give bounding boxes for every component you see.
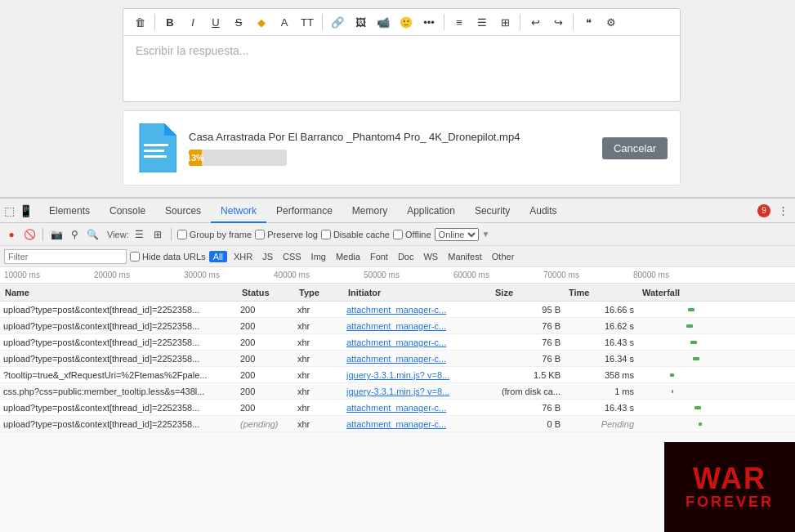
strikethrough-btn[interactable]: S bbox=[229, 12, 248, 32]
underline-btn[interactable]: U bbox=[206, 12, 226, 32]
tab-memory[interactable]: Memory bbox=[342, 199, 397, 223]
group-by-frame-checkbox[interactable] bbox=[177, 230, 187, 239]
view-list-btn[interactable]: ☰ bbox=[132, 227, 147, 242]
clear-btn[interactable]: 🗑 bbox=[130, 12, 150, 32]
td-initiator[interactable]: attachment_manager-c... bbox=[343, 338, 490, 347]
camera-btn[interactable]: 📷 bbox=[49, 227, 64, 242]
td-waterfall bbox=[637, 318, 795, 334]
quote-btn[interactable]: ❝ bbox=[578, 12, 598, 32]
table-row[interactable]: upload?type=post&context[thread_id]=2252… bbox=[0, 302, 795, 318]
td-initiator[interactable]: attachment_manager-c... bbox=[343, 419, 490, 429]
error-badge: 9 bbox=[757, 204, 770, 217]
online-select[interactable]: Online bbox=[435, 228, 479, 241]
filter-btn[interactable]: ⚲ bbox=[67, 227, 82, 242]
td-type: xhr bbox=[294, 370, 343, 380]
css-filter-btn[interactable]: CSS bbox=[279, 251, 305, 262]
table-row[interactable]: upload?type=post&context[thread_id]=2252… bbox=[0, 416, 795, 432]
cancel-button[interactable]: Cancelar bbox=[602, 137, 668, 159]
tab-sources[interactable]: Sources bbox=[155, 199, 211, 223]
disable-cache-checkbox[interactable] bbox=[321, 230, 331, 239]
search-btn[interactable]: 🔍 bbox=[85, 227, 100, 242]
td-name: ?tooltip=true&_xfRequestUri=%2Ftemas%2Fp… bbox=[0, 370, 237, 380]
progress-bar-container: 13% bbox=[189, 150, 287, 166]
table-row[interactable]: upload?type=post&context[thread_id]=2252… bbox=[0, 400, 795, 416]
table-btn[interactable]: ⊞ bbox=[495, 12, 515, 32]
editor-placeholder[interactable]: Escribir la respuesta... bbox=[123, 36, 680, 101]
bold-btn[interactable]: B bbox=[160, 12, 180, 32]
record-btn[interactable]: ● bbox=[4, 227, 19, 242]
td-size: 0 B bbox=[490, 419, 564, 429]
js-filter-btn[interactable]: JS bbox=[259, 251, 276, 262]
image-btn[interactable]: 🖼 bbox=[351, 12, 370, 32]
offline-checkbox[interactable] bbox=[393, 230, 403, 239]
xhr-filter-btn[interactable]: XHR bbox=[230, 251, 256, 262]
clear-log-btn[interactable]: 🚫 bbox=[22, 227, 37, 242]
img-filter-btn[interactable]: Img bbox=[308, 251, 329, 262]
td-initiator[interactable]: attachment_manager-c... bbox=[343, 305, 490, 315]
devtools-icons: ⋮ bbox=[775, 203, 791, 219]
th-type: Type bbox=[296, 288, 345, 297]
fontsize2-btn[interactable]: TT bbox=[297, 12, 317, 32]
tab-security[interactable]: Security bbox=[465, 199, 520, 223]
td-waterfall bbox=[637, 383, 795, 400]
td-status: (pending) bbox=[237, 419, 294, 429]
td-initiator[interactable]: attachment_manager-c... bbox=[343, 321, 490, 331]
italic-btn[interactable]: I bbox=[183, 12, 203, 32]
ws-filter-btn[interactable]: WS bbox=[420, 251, 441, 262]
media-filter-btn[interactable]: Media bbox=[333, 251, 364, 262]
other-filter-btn[interactable]: Other bbox=[489, 251, 518, 262]
list-btn[interactable]: ☰ bbox=[472, 12, 492, 32]
hide-data-checkbox[interactable] bbox=[130, 252, 140, 262]
view-grid-btn[interactable]: ⊞ bbox=[150, 227, 165, 242]
tab-application[interactable]: Application bbox=[397, 199, 465, 223]
td-waterfall bbox=[637, 334, 795, 351]
offline-label: Offline bbox=[393, 230, 431, 239]
td-type: xhr bbox=[294, 403, 343, 413]
all-filter-btn[interactable]: All bbox=[209, 251, 227, 262]
undo-btn[interactable]: ↩ bbox=[525, 12, 545, 32]
devtools-tabs: ⬚ 📱 Elements Console Sources Network Per… bbox=[0, 199, 795, 223]
tab-network[interactable]: Network bbox=[211, 199, 266, 223]
highlight-btn[interactable]: ◆ bbox=[252, 12, 271, 32]
fontsize-btn[interactable]: A bbox=[275, 12, 294, 32]
td-name: upload?type=post&context[thread_id]=2252… bbox=[0, 338, 237, 347]
preserve-log-text: Preserve log bbox=[267, 230, 318, 239]
align-btn[interactable]: ≡ bbox=[449, 12, 469, 32]
tab-elements[interactable]: Elements bbox=[39, 199, 100, 223]
tab-audits[interactable]: Audits bbox=[520, 199, 566, 223]
tab-performance[interactable]: Performance bbox=[266, 199, 342, 223]
table-row[interactable]: css.php?css=public:member_tooltip.less&s… bbox=[0, 383, 795, 400]
td-initiator[interactable]: jquery-3.3.1.min.js? v=8... bbox=[343, 387, 490, 396]
td-initiator[interactable]: attachment_manager-c... bbox=[343, 354, 490, 364]
th-name: Name bbox=[2, 288, 239, 297]
timeline-tick: 60000 ms bbox=[453, 270, 489, 279]
settings-btn[interactable]: ⚙ bbox=[601, 12, 621, 32]
preserve-log-checkbox[interactable] bbox=[255, 230, 265, 239]
tab-console[interactable]: Console bbox=[100, 199, 155, 223]
td-time: Pending bbox=[564, 419, 637, 429]
toolbar-sep-2 bbox=[322, 14, 323, 30]
redo-btn[interactable]: ↪ bbox=[548, 12, 568, 32]
error-count: 9 bbox=[762, 206, 766, 215]
table-row[interactable]: upload?type=post&context[thread_id]=2252… bbox=[0, 318, 795, 334]
doc-filter-btn[interactable]: Doc bbox=[395, 251, 418, 262]
mobile-icon[interactable]: 📱 bbox=[19, 204, 33, 217]
td-initiator[interactable]: jquery-3.3.1.min.js? v=8... bbox=[343, 370, 490, 380]
video-btn[interactable]: 📹 bbox=[373, 12, 393, 32]
file-icon bbox=[136, 123, 176, 172]
td-time: 16.34 s bbox=[564, 354, 637, 364]
link-btn[interactable]: 🔗 bbox=[328, 12, 347, 32]
td-initiator[interactable]: attachment_manager-c... bbox=[343, 403, 490, 413]
manifest-filter-btn[interactable]: Manifest bbox=[444, 251, 485, 262]
more-options-icon[interactable]: ⋮ bbox=[775, 203, 791, 219]
table-row[interactable]: upload?type=post&context[thread_id]=2252… bbox=[0, 351, 795, 367]
emoji-btn[interactable]: 🙂 bbox=[396, 12, 416, 32]
td-status: 200 bbox=[237, 305, 294, 315]
td-size: 76 B bbox=[490, 338, 564, 347]
table-row[interactable]: ?tooltip=true&_xfRequestUri=%2Ftemas%2Fp… bbox=[0, 367, 795, 383]
more-btn[interactable]: ••• bbox=[419, 12, 439, 32]
filter-input[interactable] bbox=[4, 249, 127, 264]
font-filter-btn[interactable]: Font bbox=[367, 251, 391, 262]
table-row[interactable]: upload?type=post&context[thread_id]=2252… bbox=[0, 334, 795, 351]
inspect-icon[interactable]: ⬚ bbox=[4, 204, 15, 217]
